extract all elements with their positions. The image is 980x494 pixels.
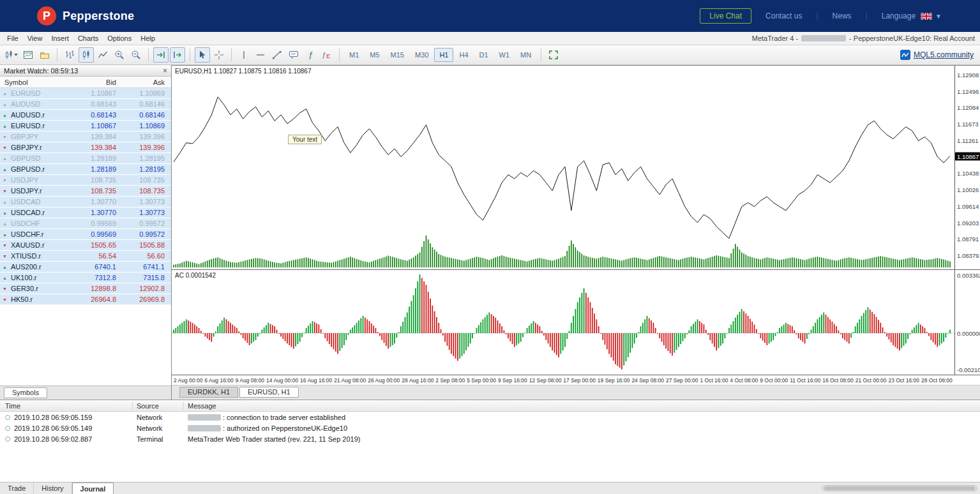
column-source[interactable]: Source <box>133 402 184 410</box>
price-pane[interactable]: EURUSD,H1 1.10827 1.10875 1.10816 1.1086… <box>172 66 954 269</box>
timeframe-m1-button[interactable]: M1 <box>344 48 364 62</box>
crosshair-button[interactable] <box>211 47 227 63</box>
table-row-eurusd.r[interactable]: ▲EURUSD.r1.108671.10869 <box>0 121 171 131</box>
price-axis-label: 1.11261 <box>957 137 979 144</box>
price-chart[interactable] <box>172 66 954 269</box>
ac-indicator-chart[interactable] <box>172 270 954 375</box>
table-row-uk100.r[interactable]: ▲UK100.r7312.87315.8 <box>0 273 171 283</box>
chart-tab-eurdkk[interactable]: EURDKK, H1 <box>179 387 238 398</box>
chart-tab-eurusd[interactable]: EURUSD, H1 <box>239 387 299 398</box>
table-row-usdchf.r[interactable]: ▲USDCHF.r0.995690.99572 <box>0 229 171 240</box>
live-chat-button[interactable]: Live Chat <box>700 8 751 24</box>
objects-list-button[interactable]: ƒ E <box>319 47 335 63</box>
table-row-usdjpy.r[interactable]: ▼USDJPY.r108.735108.735 <box>0 186 171 197</box>
zoom-in-button[interactable] <box>112 47 127 63</box>
vertical-line-button[interactable] <box>236 47 252 63</box>
cursor-button[interactable] <box>195 47 210 63</box>
profiles-button[interactable] <box>37 47 52 63</box>
ohlc-info: EURUSD,H1 1.10827 1.10875 1.10816 1.1086… <box>175 68 312 75</box>
timeframe-h4-button[interactable]: H4 <box>454 48 473 62</box>
table-row-usdcad.r[interactable]: ▲USDCAD.r1.307701.30773 <box>0 207 171 218</box>
horizontal-line-button[interactable] <box>253 47 268 63</box>
workspace: Market Watch: 08:59:13 × Symbol Bid Ask … <box>0 65 980 400</box>
mql5-community-link[interactable]: MQL5.community <box>900 50 976 60</box>
journal-row[interactable]: 2019.10.28 06:59:02.887TerminalMetaTrade… <box>0 433 980 444</box>
line-chart-type-button[interactable] <box>95 47 110 63</box>
text-label-button[interactable] <box>286 47 301 63</box>
contact-us-link[interactable]: Contact us <box>765 11 802 20</box>
symbol-name: GBPUSD <box>11 154 40 162</box>
timeframe-w1-button[interactable]: W1 <box>494 48 515 62</box>
ask-value: 1.30773 <box>121 198 171 206</box>
language-link[interactable]: Language <box>882 11 916 20</box>
indicators-button[interactable]: ƒ <box>303 47 318 63</box>
bid-value: 0.68143 <box>72 111 121 119</box>
current-price-box: 1.10867 <box>955 152 980 160</box>
symbol-name: XTIUSD.r <box>11 252 41 260</box>
news-link[interactable]: News <box>833 11 852 20</box>
fullscreen-button[interactable] <box>546 47 561 63</box>
table-row-audusd.r[interactable]: ▲AUDUSD.r0.681430.68146 <box>0 110 171 121</box>
column-ask[interactable]: Ask <box>121 79 171 86</box>
table-row-audusd[interactable]: ▲AUDUSD0.681430.68146 <box>0 99 171 110</box>
symbol-cell: ▼USDJPY.r <box>0 187 72 195</box>
table-row-hk50.r[interactable]: ▼HK50.r26964.826969.8 <box>0 294 171 305</box>
table-row-eurusd[interactable]: ▲EURUSD1.108671.10869 <box>0 88 171 99</box>
column-bid[interactable]: Bid <box>72 79 121 86</box>
table-row-gbpusd.r[interactable]: ▲GBPUSD.r1.281891.28195 <box>0 164 171 175</box>
timeframe-mn-button[interactable]: MN <box>515 48 536 62</box>
time-axis[interactable]: 2 Aug 00:006 Aug 16:009 Aug 08:0014 Aug … <box>172 375 954 385</box>
table-row-gbpusd[interactable]: ▲GBPUSD1.281891.28195 <box>0 153 171 164</box>
table-row-usdchf[interactable]: ▲USDCHF0.995690.99572 <box>0 218 171 229</box>
table-row-usdjpy[interactable]: ▼USDJPY108.735108.735 <box>0 175 171 186</box>
terminal-tab-trade[interactable]: Trade <box>0 483 34 494</box>
ac-axis[interactable]: 0.00336280.0000000-0.0021075 <box>954 270 980 375</box>
menu-options[interactable]: Options <box>103 34 136 42</box>
table-row-gbpjpy.r[interactable]: ▼GBPJPY.r139.384139.396 <box>0 142 171 153</box>
table-row-aus200.r[interactable]: ▲AUS200.r6740.16741.1 <box>0 262 171 273</box>
chevron-down-icon[interactable]: ▼ <box>935 13 942 20</box>
bars-chart-type-button[interactable] <box>62 47 77 63</box>
bid-value: 1.28189 <box>72 154 121 162</box>
toolbar-separator <box>339 49 340 61</box>
table-row-xauusd.r[interactable]: ▼XAUUSD.r1505.651505.88 <box>0 240 171 251</box>
new-chart-button[interactable] <box>4 47 19 63</box>
zoom-out-button[interactable] <box>128 47 144 63</box>
timeframe-h1-button[interactable]: H1 <box>434 48 453 62</box>
tab-symbols[interactable]: Symbols <box>4 387 47 398</box>
open-chart-button[interactable] <box>20 47 36 63</box>
table-row-usdcad[interactable]: ▲USDCAD1.307701.30773 <box>0 197 171 207</box>
horizontal-scrollbar[interactable] <box>822 485 977 491</box>
table-row-ger30.r[interactable]: ▼GER30.r12898.812902.8 <box>0 283 171 294</box>
table-row-xtiusd.r[interactable]: ▼XTIUSD.r56.5456.60 <box>0 251 171 262</box>
journal-row[interactable]: 2019.10.28 06:59:05.159Network: connecti… <box>0 412 980 423</box>
menu-file[interactable]: File <box>3 34 23 42</box>
table-row-gbpjpy[interactable]: ▼GBPJPY139.384139.396 <box>0 131 171 142</box>
chart-shift-button[interactable] <box>170 47 185 63</box>
ac-pane[interactable]: AC 0.0001542 <box>172 270 954 375</box>
terminal-tab-history[interactable]: History <box>34 483 72 494</box>
uk-flag-icon[interactable] <box>921 13 932 20</box>
scrollbar-thumb[interactable] <box>824 486 975 490</box>
candles-chart-type-button[interactable] <box>79 47 94 63</box>
timeframe-m30-button[interactable]: M30 <box>410 48 433 62</box>
price-axis-label: 1.09614 <box>957 202 979 209</box>
timeframe-m15-button[interactable]: M15 <box>386 48 409 62</box>
trendline-button[interactable] <box>269 47 285 63</box>
price-axis[interactable]: 1.10867 1.129081.124961.120841.116731.11… <box>954 66 980 269</box>
terminal-tab-journal[interactable]: Journal <box>72 483 114 494</box>
timeframe-d1-button[interactable]: D1 <box>474 48 494 62</box>
site-header: P Pepperstone Live Chat Contact us | New… <box>0 0 980 32</box>
close-icon[interactable]: × <box>163 68 167 74</box>
timeframe-m5-button[interactable]: M5 <box>365 48 384 62</box>
column-time[interactable]: Time <box>0 402 133 410</box>
menu-charts[interactable]: Charts <box>73 34 103 42</box>
column-message[interactable]: Message <box>184 402 980 410</box>
auto-scroll-button[interactable] <box>153 47 169 63</box>
menu-insert[interactable]: Insert <box>47 34 73 42</box>
menu-help[interactable]: Help <box>136 34 160 42</box>
text-annotation[interactable]: Your text <box>288 135 322 144</box>
column-symbol[interactable]: Symbol <box>0 79 72 86</box>
menu-view[interactable]: View <box>23 34 47 42</box>
journal-row[interactable]: 2019.10.28 06:59:05.149Network: authoriz… <box>0 423 980 433</box>
